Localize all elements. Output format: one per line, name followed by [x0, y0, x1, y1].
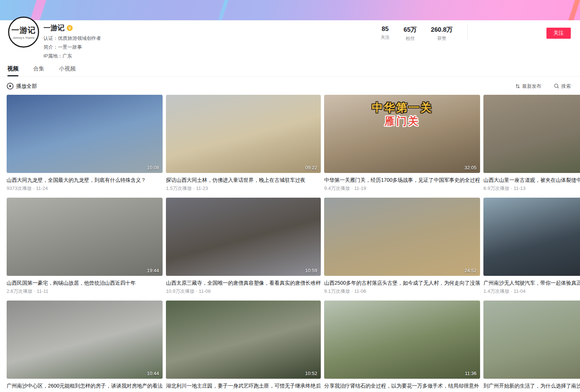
tab-合集[interactable]: 合集 — [32, 62, 45, 76]
video-meta: 1.4万次播放 · 11-04 — [483, 288, 580, 295]
avatar-logo-subtext: Johnny's Travels — [13, 36, 34, 39]
video-card[interactable]: 10:59 山西太原三藏寺，全国唯一的唐僧真容塑像，看看真实的唐僧长啥样 10.… — [166, 198, 321, 295]
banner-ribbon — [564, 0, 580, 20]
certification-line: 认证：优质旅游领域创作者 — [44, 35, 101, 42]
video-thumbnail[interactable]: 中华第一关 雁门关 32:05 — [324, 95, 480, 173]
video-thumbnail[interactable]: 19:44 — [7, 198, 163, 276]
stat-value: 85 — [381, 25, 390, 33]
avatar-logo-text: 一游记 — [11, 25, 36, 35]
stat-label: 粉丝 — [404, 35, 417, 42]
video-card[interactable]: 24:52 山西2500多年的古村落店头古堡，如今成了无人村，为何走向了没落 9… — [324, 198, 480, 295]
video-thumbnail[interactable]: 09:22 — [166, 95, 321, 173]
stat-label: 获赞 — [431, 35, 453, 42]
tab-小视频[interactable]: 小视频 — [58, 62, 76, 76]
video-duration: 32:05 — [465, 165, 477, 170]
sort-arrows-icon — [515, 84, 520, 89]
ip-location-line: IP属地：广东 — [44, 53, 101, 59]
video-thumbnail[interactable]: 24:52 — [324, 198, 480, 276]
avatar[interactable]: 一游记 Johnny's Travels — [8, 17, 39, 48]
video-card[interactable]: 14:07 到广州开始新的生活了，为什么选择了南沙？但愿能在这里安定下来 3.4… — [483, 301, 580, 392]
video-thumbnail[interactable]: 11:58 — [483, 198, 580, 276]
video-card[interactable]: 11:36 分享我治疗肾结石的全过程，以为要花一万多做手术，结局却很意外 5万次… — [324, 301, 480, 392]
video-card[interactable]: 09:22 探访山西大同土林，仿佛进入童话世界，晚上在古城驻车过夜 1.5万次播… — [166, 95, 321, 192]
video-meta: 10.9万次播放 · 11-08 — [166, 288, 321, 295]
thumbnail-overlay-text: 中华第一关 雁门关 — [324, 101, 480, 128]
video-title[interactable]: 中华第一关雁门关，经历1700多场战事，见证了中国军事史的全过程 — [324, 176, 480, 184]
search-icon — [554, 83, 559, 89]
video-title[interactable]: 到广州开始新的生活了，为什么选择了南沙？但愿能在这里安定下来 — [483, 382, 580, 389]
video-duration: 11:36 — [465, 371, 477, 376]
video-card[interactable]: 10:44 广州南沙中心区，2600元能租到怎样的房子，谈谈我对房地产的看法 3… — [7, 301, 163, 392]
stat-label: 关注 — [381, 34, 390, 41]
sort-label: 最新发布 — [522, 83, 541, 90]
video-grid: 10:08 山西大同九龙壁，全国最大的九龙壁，到底有什么特殊含义？ 9373次播… — [0, 95, 580, 392]
follow-button[interactable]: 关注 — [546, 28, 571, 39]
video-duration: 10:59 — [305, 268, 317, 273]
video-title[interactable]: 分享我治疗肾结石的全过程，以为要花一万多做手术，结局却很意外 — [324, 382, 480, 389]
video-meta: 9373次播放 · 11-24 — [7, 185, 163, 192]
stat-获赞[interactable]: 260.8万获赞 — [431, 25, 453, 42]
video-title[interactable]: 山西民国第一豪宅，阎锡山故居，他曾统治山西近四十年 — [7, 279, 163, 287]
tab-视频[interactable]: 视频 — [7, 62, 19, 76]
video-card[interactable]: 11:58 广州南沙无人驾驶汽车，带你一起体验真正的科技与狠活 1.4万次播放 … — [483, 198, 580, 295]
video-thumbnail[interactable]: 10:59 — [166, 198, 321, 276]
stat-粉丝[interactable]: 65万粉丝 — [404, 25, 417, 42]
video-thumbnail[interactable]: 10:08 — [7, 95, 163, 173]
verified-badge-icon: V — [67, 25, 73, 31]
intro-line: 简介：一景一故事 — [44, 44, 101, 51]
video-duration: 10:52 — [305, 371, 317, 376]
video-meta: 6.9万次播放 · 11-13 — [483, 185, 580, 192]
video-meta: 2.6万次播放 · 11-11 — [7, 288, 163, 295]
profile-banner — [0, 0, 580, 20]
video-thumbnail[interactable]: 11:36 — [324, 301, 480, 379]
stat-value: 260.8万 — [431, 25, 453, 34]
play-circle-icon — [7, 83, 14, 90]
video-toolbar: 播放全部 最新发布 搜索 — [0, 83, 580, 90]
video-title[interactable]: 湖北利川一地主庄园，妻子一身武艺吓跑土匪，可惜无子继承终绝后 — [166, 382, 321, 389]
stat-关注[interactable]: 85关注 — [381, 25, 390, 42]
sort-control[interactable]: 最新发布 — [515, 83, 541, 90]
banner-ribbon — [214, 0, 231, 20]
overlay-line-1: 中华第一关 — [324, 101, 480, 115]
video-duration: 19:44 — [147, 268, 159, 273]
video-duration: 10:08 — [147, 165, 159, 170]
search-label: 搜索 — [561, 83, 571, 90]
video-title[interactable]: 探访山西大同土林，仿佛进入童话世界，晚上在古城驻车过夜 — [166, 176, 321, 184]
video-title[interactable]: 广州南沙中心区，2600元能租到怎样的房子，谈谈我对房地产的看法 — [7, 382, 163, 389]
profile-info: 一游记 V 认证：优质旅游领域创作者 简介：一景一故事 IP属地：广东 — [44, 23, 101, 59]
video-duration: 09:22 — [305, 165, 317, 170]
video-meta: 1.5万次播放 · 11-23 — [166, 185, 321, 192]
video-duration: 10:44 — [147, 371, 159, 376]
video-card[interactable]: 19:44 山西民国第一豪宅，阎锡山故居，他曾统治山西近四十年 2.6万次播放 … — [7, 198, 163, 295]
profile-header: 一游记 Johnny's Travels 一游记 V 认证：优质旅游领域创作者 … — [0, 20, 580, 60]
stat-value: 65万 — [404, 25, 417, 34]
video-thumbnail[interactable]: 10:52 — [166, 301, 321, 379]
overlay-line-2: 雁门关 — [324, 115, 480, 128]
video-title[interactable]: 山西太原三藏寺，全国唯一的唐僧真容塑像，看看真实的唐僧长啥样 — [166, 279, 321, 287]
video-duration: 24:52 — [465, 268, 477, 273]
video-title[interactable]: 山西大同九龙壁，全国最大的九龙壁，到底有什么特殊含义？ — [7, 176, 163, 184]
profile-stats: 85关注65万粉丝260.8万获赞 — [381, 25, 453, 42]
video-title[interactable]: 山西2500多年的古村落店头古堡，如今成了无人村，为何走向了没落 — [324, 279, 480, 287]
play-all-label: 播放全部 — [16, 83, 37, 90]
video-card[interactable]: 中华第一关 雁门关 32:05 中华第一关雁门关，经历1700多场战事，见证了中… — [324, 95, 480, 192]
video-card[interactable]: 10:08 山西大同九龙壁，全国最大的九龙壁，到底有什么特殊含义？ 9373次播… — [7, 95, 163, 192]
video-thumbnail[interactable]: 14:07 — [483, 301, 580, 379]
play-all-button[interactable]: 播放全部 — [7, 83, 37, 90]
stats-divider — [467, 25, 468, 41]
banner-ribbon — [26, 0, 49, 20]
video-card[interactable]: 14:29 山西大山里一座古道观，被夹在山体裂缝中，上去顶层全靠一条铁链 6.9… — [483, 95, 580, 192]
video-meta: 9.4万次播放 · 11-19 — [324, 185, 480, 192]
video-thumbnail[interactable]: 14:29 — [483, 95, 580, 173]
tab-bar: 视频合集小视频 — [0, 62, 580, 77]
video-meta: 9.1万次播放 · 11-06 — [324, 288, 480, 295]
video-title[interactable]: 广州南沙无人驾驶汽车，带你一起体验真正的科技与狠活 — [483, 279, 580, 287]
video-thumbnail[interactable]: 10:44 — [7, 301, 163, 379]
video-title[interactable]: 山西大山里一座古道观，被夹在山体裂缝中，上去顶层全靠一条铁链 — [483, 176, 580, 184]
search-control[interactable]: 搜索 — [554, 83, 571, 90]
username: 一游记 — [44, 23, 65, 33]
video-card[interactable]: 10:52 湖北利川一地主庄园，妻子一身武艺吓跑土匪，可惜无子继承终绝后 4.8… — [166, 301, 321, 392]
